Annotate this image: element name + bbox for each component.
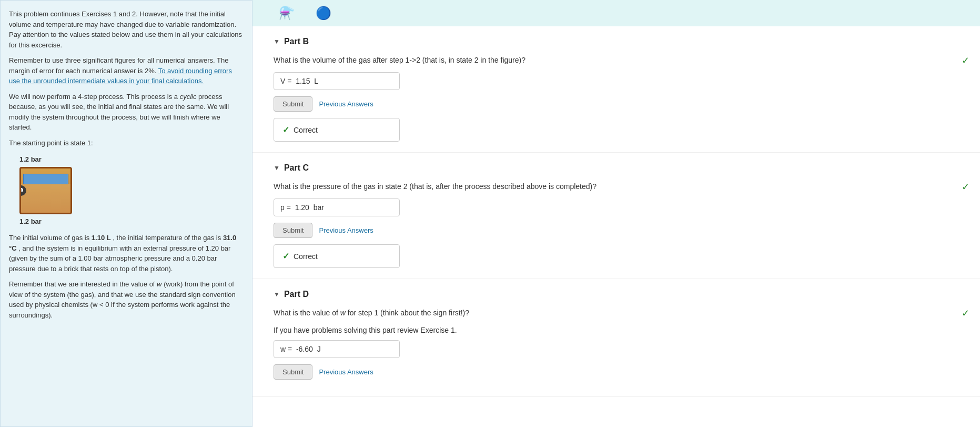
sidebar-work-note: Remember that we are interested in the v…	[9, 279, 244, 320]
part-c-correct-label: Correct	[294, 252, 318, 261]
part-d-input-row	[274, 340, 959, 358]
diagram: 1.2 bar ❶ 1.2 bar	[9, 154, 244, 226]
part-b-submit-button[interactable]: Submit	[274, 96, 312, 112]
sidebar: This problem continues Exercises 1 and 2…	[0, 0, 252, 427]
part-d-prev-answers-link[interactable]: Previous Answers	[319, 368, 373, 376]
piston	[23, 174, 68, 184]
part-c-question: What is the pressure of the gas in state…	[274, 181, 959, 192]
part-b-section: ▼ Part B ✓ What is the volume of the gas…	[252, 26, 980, 153]
part-c-right-check: ✓	[962, 181, 969, 193]
sidebar-starting: The starting point is state 1:	[9, 138, 244, 148]
pressure-top-label: 1.2 bar	[19, 154, 42, 165]
part-c-correct-box: ✓ Correct	[274, 244, 400, 268]
part-c-prev-answers-link[interactable]: Previous Answers	[319, 226, 373, 234]
part-b-question: What is the volume of the gas after step…	[274, 55, 959, 66]
part-c-input-row	[274, 198, 959, 216]
sidebar-process: We will now perform a 4-step process. Th…	[9, 92, 244, 133]
part-d-action-row: Submit Previous Answers	[274, 364, 959, 380]
part-b-correct-label: Correct	[294, 126, 318, 134]
part-d-right-check: ✓	[962, 307, 969, 319]
part-b-action-row: Submit Previous Answers	[274, 96, 959, 112]
part-d-submit-button[interactable]: Submit	[274, 364, 312, 380]
sidebar-intro: This problem continues Exercises 1 and 2…	[9, 9, 244, 50]
part-c-submit-button[interactable]: Submit	[274, 223, 312, 238]
flask-icon-2: 🔵	[310, 3, 337, 24]
cylinder-diagram: ❶	[19, 167, 72, 214]
part-c-input[interactable]	[274, 198, 400, 216]
part-b-check-icon: ✓	[282, 125, 289, 135]
part-d-section: ▼ Part D ✓ What is the value of w for st…	[252, 279, 980, 397]
part-b-prev-answers-link[interactable]: Previous Answers	[319, 100, 373, 108]
sidebar-initial-values: The initial volume of gas is 1.10 L , th…	[9, 233, 244, 274]
part-d-input[interactable]	[274, 340, 400, 358]
part-d-chevron: ▼	[274, 291, 280, 298]
part-c-section: ▼ Part C ✓ What is the pressure of the g…	[252, 153, 980, 279]
part-d-header[interactable]: ▼ Part D	[274, 290, 959, 299]
main-content: ⚗️ 🔵 ▼ Part B ✓ What is the volume of th…	[252, 0, 980, 427]
pressure-bottom-label: 1.2 bar	[19, 216, 42, 227]
part-b-input[interactable]	[274, 72, 400, 90]
part-c-action-row: Submit Previous Answers	[274, 223, 959, 238]
part-d-sub-question: If you have problems solving this part r…	[274, 325, 959, 336]
part-d-title: Part D	[284, 290, 309, 299]
part-d-question: What is the value of w for step 1 (think…	[274, 307, 959, 319]
part-b-header[interactable]: ▼ Part B	[274, 37, 959, 46]
gas-area	[21, 184, 70, 213]
part-c-chevron: ▼	[274, 164, 280, 172]
part-c-check-icon: ✓	[282, 251, 289, 261]
part-b-correct-box: ✓ Correct	[274, 118, 400, 142]
part-c-title: Part C	[284, 163, 309, 173]
part-b-input-row	[274, 72, 959, 90]
part-c-header[interactable]: ▼ Part C	[274, 163, 959, 173]
part-b-title: Part B	[284, 37, 309, 46]
top-strip: ⚗️ 🔵	[252, 0, 980, 26]
flask-icon-1: ⚗️	[274, 3, 300, 24]
sidebar-reminder: Remember to use three significant figure…	[9, 55, 244, 86]
part-b-chevron: ▼	[274, 38, 280, 45]
part-b-right-check: ✓	[962, 55, 969, 66]
